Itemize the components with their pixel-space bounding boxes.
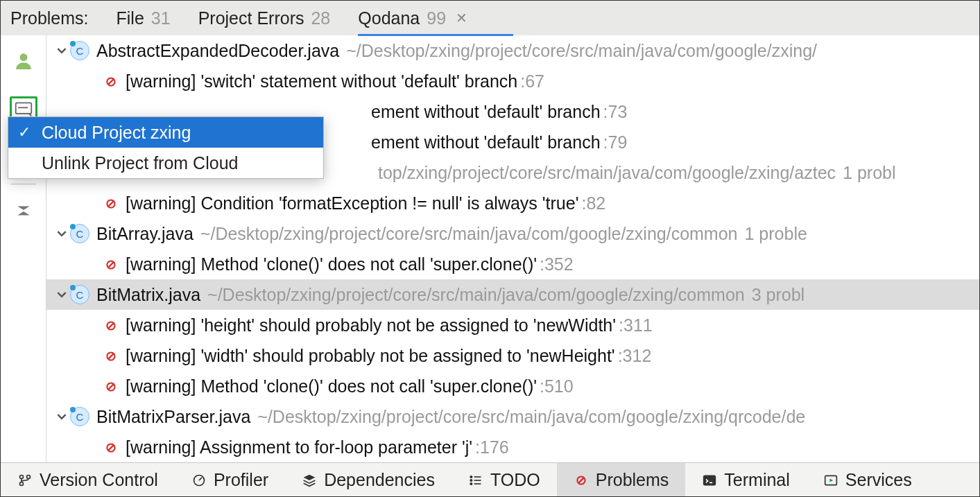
menu-cloud-project[interactable]: ✓ Cloud Project zxing bbox=[8, 117, 323, 148]
svg-point-4 bbox=[20, 482, 24, 485]
tab-project-errors[interactable]: Project Errors 28 bbox=[198, 1, 331, 35]
file-name: AbstractExpandedDecoder.java bbox=[96, 41, 339, 61]
toolwindow-label: Services bbox=[845, 470, 912, 490]
toolwindow-version-control[interactable]: Version Control bbox=[1, 463, 175, 497]
menu-item-label: Cloud Project zxing bbox=[42, 123, 191, 143]
file-name: BitMatrix.java bbox=[96, 285, 200, 305]
warning-icon: ⊘ bbox=[103, 195, 119, 211]
java-class-icon: C bbox=[70, 41, 89, 60]
warning-location: :311 bbox=[619, 315, 653, 335]
chevron-down-icon[interactable] bbox=[53, 412, 70, 421]
warning-location: :176 bbox=[475, 437, 509, 457]
warning-row[interactable]: ⊘[warning] Method 'clone()' does not cal… bbox=[46, 249, 979, 279]
tab-project-errors-count: 28 bbox=[311, 8, 330, 28]
warning-row[interactable]: ⊘[warning] Method 'clone()' does not cal… bbox=[46, 371, 979, 401]
file-trailing: 3 probl bbox=[752, 285, 805, 305]
warning-text: [warning] 'switch' statement without 'de… bbox=[126, 71, 517, 91]
tab-file-count: 31 bbox=[151, 8, 171, 28]
warning-text: [warning] Assignment to for-loop paramet… bbox=[126, 437, 472, 457]
java-class-icon: C bbox=[70, 224, 89, 243]
toolwindow-label: Problems bbox=[596, 470, 669, 490]
toolbar-gutter bbox=[1, 35, 46, 462]
toolwindow-label: Profiler bbox=[214, 470, 268, 490]
warning-text: [warning] Method 'clone()' does not call… bbox=[126, 376, 537, 396]
warning-icon: ⊘ bbox=[103, 256, 119, 272]
tab-file-label: File bbox=[117, 8, 144, 28]
toolwindow-profiler[interactable]: Profiler bbox=[175, 463, 285, 497]
chevron-down-icon[interactable] bbox=[53, 46, 70, 55]
warning-icon: ⊘ bbox=[103, 73, 119, 89]
branch-icon bbox=[17, 473, 33, 487]
menu-unlink-cloud[interactable]: Unlink Project from Cloud bbox=[8, 148, 323, 178]
warning-icon: ⊘ bbox=[103, 439, 119, 455]
toolwindow-label: Version Control bbox=[40, 470, 158, 490]
toolwindow-label: Terminal bbox=[724, 470, 789, 490]
tabbar-label: Problems: bbox=[10, 8, 89, 28]
warning-location: :67 bbox=[520, 71, 544, 91]
menu-item-label: Unlink Project from Cloud bbox=[42, 153, 238, 173]
java-class-icon: C bbox=[70, 285, 89, 304]
warning-row[interactable]: ⊘[warning] 'width' should probably not b… bbox=[46, 340, 979, 371]
bottom-toolbar: Version ControlProfilerDependenciesTODO⊘… bbox=[1, 462, 979, 497]
svg-point-0 bbox=[19, 53, 27, 61]
warning-location: :312 bbox=[618, 346, 652, 366]
file-row[interactable]: CBitMatrixParser.java~/Desktop/zxing/pro… bbox=[46, 401, 979, 432]
warning-location: :73 bbox=[603, 102, 628, 122]
warning-text: [warning] 'height' should probably not b… bbox=[126, 315, 616, 335]
svg-point-12 bbox=[470, 482, 472, 485]
warn-icon: ⊘ bbox=[574, 473, 589, 488]
toolwindow-dependencies[interactable]: Dependencies bbox=[285, 463, 452, 497]
terminal-icon bbox=[702, 473, 717, 487]
problems-tabbar: Problems: File 31 Project Errors 28 Qoda… bbox=[1, 1, 979, 35]
warning-location: :79 bbox=[603, 132, 628, 152]
tab-project-errors-label: Project Errors bbox=[198, 8, 304, 28]
list-icon bbox=[468, 473, 483, 487]
file-path: ~/Desktop/zxing/project/core/src/main/ja… bbox=[346, 41, 817, 61]
warning-row[interactable]: ⊘[warning] Assignment to for-loop parame… bbox=[46, 432, 979, 462]
tab-qodana-count: 99 bbox=[427, 8, 446, 28]
toolwindow-todo[interactable]: TODO bbox=[452, 463, 557, 497]
warning-text: ement without 'default' branch bbox=[371, 132, 601, 152]
warning-icon: ⊘ bbox=[103, 378, 119, 394]
problems-tree[interactable]: CAbstractExpandedDecoder.java~/Desktop/z… bbox=[46, 35, 979, 462]
svg-point-11 bbox=[470, 479, 472, 481]
file-name: BitArray.java bbox=[96, 224, 194, 244]
svg-point-5 bbox=[27, 475, 31, 478]
toolwindow-label: TODO bbox=[490, 470, 540, 490]
close-icon[interactable]: ✕ bbox=[456, 10, 467, 26]
file-path: top/zxing/project/core/src/main/java/com… bbox=[378, 163, 836, 183]
file-row[interactable]: CAbstractExpandedDecoder.java~/Desktop/z… bbox=[46, 35, 979, 66]
java-class-icon: C bbox=[70, 407, 89, 426]
warning-text: [warning] Condition 'formatException != … bbox=[126, 193, 578, 213]
warning-icon: ⊘ bbox=[103, 317, 119, 333]
warning-row[interactable]: ⊘[warning] 'switch' statement without 'd… bbox=[46, 66, 979, 96]
play-icon bbox=[823, 473, 839, 487]
toolwindow-terminal[interactable]: Terminal bbox=[685, 463, 806, 497]
layers-icon bbox=[302, 473, 317, 487]
file-path: ~/Desktop/zxing/project/core/src/main/ja… bbox=[200, 224, 738, 244]
user-icon[interactable] bbox=[10, 48, 37, 73]
tab-qodana[interactable]: Qodana 99 ✕ bbox=[358, 1, 467, 35]
toolwindow-problems[interactable]: ⊘Problems bbox=[557, 463, 686, 497]
tab-qodana-label: Qodana bbox=[358, 8, 420, 28]
toolwindow-label: Dependencies bbox=[324, 470, 435, 490]
warning-row[interactable]: ⊘[warning] 'height' should probably not … bbox=[46, 310, 979, 340]
file-row[interactable]: CBitMatrix.java~/Desktop/zxing/project/c… bbox=[46, 279, 979, 310]
file-name: BitMatrixParser.java bbox=[96, 407, 250, 427]
toolwindow-services[interactable]: Services bbox=[807, 463, 929, 497]
file-trailing: 1 probl bbox=[843, 163, 895, 183]
file-path: ~/Desktop/zxing/project/core/src/main/ja… bbox=[257, 407, 805, 427]
chevron-down-icon[interactable] bbox=[53, 290, 70, 299]
chevron-down-icon[interactable] bbox=[53, 229, 70, 238]
tab-file[interactable]: File 31 bbox=[117, 1, 171, 35]
gauge-icon bbox=[191, 473, 207, 487]
svg-point-10 bbox=[470, 476, 472, 478]
svg-rect-13 bbox=[704, 476, 716, 485]
warning-location: :82 bbox=[581, 193, 605, 213]
warning-row[interactable]: ⊘[warning] Condition 'formatException !=… bbox=[46, 188, 979, 218]
file-row[interactable]: CBitArray.java~/Desktop/zxing/project/co… bbox=[46, 218, 979, 249]
expand-collapse-icon[interactable] bbox=[10, 198, 37, 223]
warning-icon: ⊘ bbox=[103, 348, 119, 363]
check-icon: ✓ bbox=[18, 123, 31, 141]
file-trailing: 1 proble bbox=[745, 224, 807, 244]
